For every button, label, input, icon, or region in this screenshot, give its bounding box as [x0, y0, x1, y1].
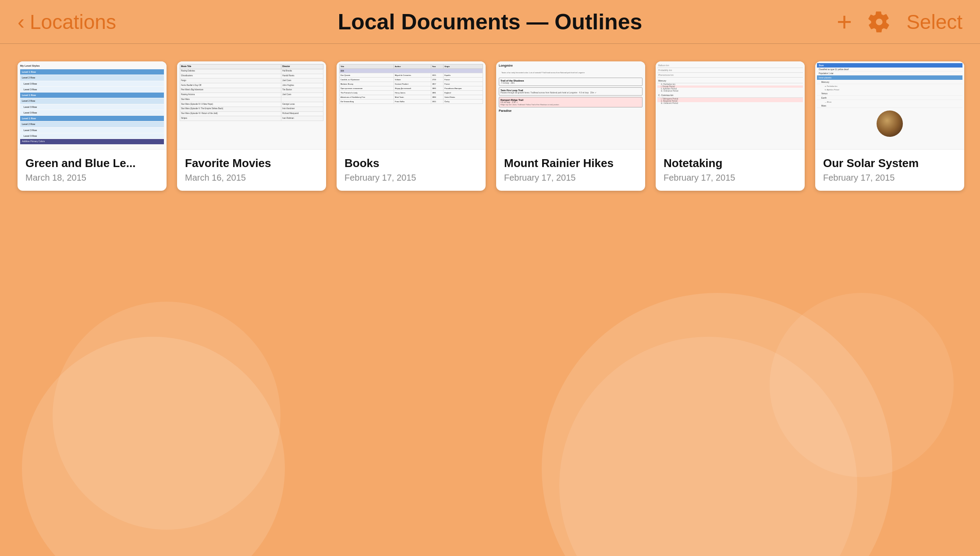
doc-card-books[interactable]: TitleAuthorYearOrigin 语言 Don QuixoteMigu… — [337, 61, 486, 191]
doc-thumbnail-movies: Movie TitleDirector Racing DakotasHal Br… — [177, 61, 326, 149]
doc-info-movies: Favorite Movies March 16, 2015 — [177, 149, 326, 191]
doc-title-hikes: Mount Rainier Hikes — [504, 157, 637, 170]
doc-card-solar[interactable]: Sun Classified as type G1 yellow dwarf P… — [815, 61, 964, 191]
bg-decoration-1 — [53, 302, 281, 530]
doc-card-hikes[interactable]: Longmire Tastes of an early fermented co… — [496, 61, 645, 191]
doc-thumbnail-solar: Sun Classified as type G1 yellow dwarf P… — [815, 61, 964, 149]
doc-card-green-blue[interactable]: My Level Styles Level 1 Row Level 2 Row … — [18, 61, 167, 191]
doc-card-notes[interactable]: Balloon km Probability km Phenomone km M… — [656, 61, 805, 191]
page-title: Local Documents — Outlines — [338, 9, 643, 35]
bg-decoration-2 — [559, 337, 857, 556]
doc-card-movies[interactable]: Movie TitleDirector Racing DakotasHal Br… — [177, 61, 326, 191]
doc-title-solar: Our Solar System — [823, 157, 956, 170]
doc-date-books: February 17, 2015 — [344, 173, 478, 183]
doc-date-movies: March 16, 2015 — [185, 173, 318, 183]
doc-title-movies: Favorite Movies — [185, 157, 318, 170]
document-grid: My Level Styles Level 1 Row Level 2 Row … — [0, 44, 980, 208]
doc-thumbnail-hikes: Longmire Tastes of an early fermented co… — [496, 61, 645, 149]
doc-thumbnail-notes: Balloon km Probability km Phenomone km M… — [656, 61, 805, 149]
doc-info-solar: Our Solar System February 17, 2015 — [815, 149, 964, 191]
doc-date-solar: February 17, 2015 — [823, 173, 956, 183]
back-button[interactable]: ‹ Locations — [18, 10, 116, 34]
doc-date-hikes: February 17, 2015 — [504, 173, 637, 183]
doc-title-books: Books — [344, 157, 478, 170]
doc-info-notes: Notetaking February 17, 2015 — [656, 149, 805, 191]
doc-title-notes: Notetaking — [664, 157, 797, 170]
doc-thumbnail-books: TitleAuthorYearOrigin 语言 Don QuixoteMigu… — [337, 61, 486, 149]
doc-date-notes: February 17, 2015 — [664, 173, 797, 183]
header: ‹ Locations Local Documents — Outlines +… — [0, 0, 980, 44]
doc-thumbnail-green-blue: My Level Styles Level 1 Row Level 2 Row … — [18, 61, 167, 149]
select-button[interactable]: Select — [906, 10, 962, 34]
doc-info-green-blue: Green and Blue Le... March 18, 2015 — [18, 149, 167, 191]
doc-title-green-blue: Green and Blue Le... — [25, 157, 159, 170]
doc-info-books: Books February 17, 2015 — [337, 149, 486, 191]
settings-icon[interactable] — [868, 11, 891, 33]
back-chevron-icon: ‹ — [18, 11, 25, 32]
header-actions: + Select — [837, 9, 962, 35]
add-button[interactable]: + — [837, 9, 852, 35]
doc-info-hikes: Mount Rainier Hikes February 17, 2015 — [496, 149, 645, 191]
bg-decoration-3 — [770, 293, 954, 477]
doc-date-green-blue: March 18, 2015 — [25, 173, 159, 183]
locations-label: Locations — [30, 10, 116, 34]
